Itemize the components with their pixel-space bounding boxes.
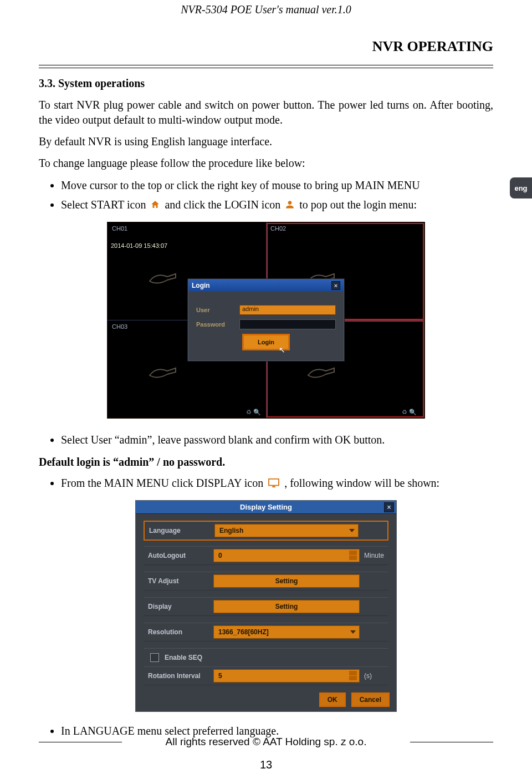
- stepper-icon[interactable]: [349, 671, 357, 681]
- bullet-display-text-b: , following window will be shown:: [284, 477, 439, 489]
- camera-icon: [304, 365, 337, 382]
- row-enable-seq: Enable SEQ: [144, 648, 388, 666]
- bullet-display-text-a: From the MAIN MENU click DISPLAY icon: [61, 477, 266, 489]
- double-rule: [39, 65, 493, 68]
- stepper-icon[interactable]: [349, 551, 357, 561]
- row-resolution: Resolution 1366_768[60HZ]: [144, 623, 388, 641]
- svg-rect-1: [272, 486, 275, 487]
- paragraph-procedure: To change language please follow the pro…: [39, 156, 493, 171]
- ok-button[interactable]: OK: [319, 693, 346, 707]
- language-label: Language: [145, 527, 214, 534]
- default-login-note: Default login is “admin” / no password.: [39, 456, 493, 469]
- bullet-start-text-a: Select START icon: [61, 198, 149, 211]
- footer-rule-right: [410, 742, 493, 742]
- tv-adjust-button[interactable]: Setting: [213, 574, 360, 588]
- cancel-button[interactable]: Cancel: [351, 693, 390, 707]
- rotation-input[interactable]: 5: [213, 669, 360, 683]
- tv-adjust-label: TV Adjust: [144, 577, 213, 585]
- row-autologout: AutoLogout 0 Minute: [144, 546, 388, 565]
- resolution-label: Resolution: [144, 628, 213, 636]
- svg-rect-0: [269, 479, 279, 486]
- resolution-value: 1366_768[60HZ]: [218, 628, 269, 636]
- screenshot-login: CH01 CH02 CH03 2014-01-09 15:43:07 ♻ 🔍 ♻…: [107, 222, 425, 419]
- channel-label-2: CH02: [269, 225, 287, 232]
- autologout-value: 0: [218, 552, 222, 559]
- footer-copyright: All rights reserved © AAT Holding sp. z …: [129, 736, 403, 748]
- autologout-input[interactable]: 0: [213, 549, 360, 562]
- display-label: Display: [144, 603, 213, 610]
- chevron-down-icon: [350, 630, 356, 634]
- enable-seq-label: Enable SEQ: [165, 654, 202, 661]
- channel-label-3: CH03: [111, 323, 129, 330]
- status-icons-left: ♻ 🔍: [246, 409, 261, 416]
- login-user-select[interactable]: admin: [239, 305, 336, 315]
- display-dialog-titlebar: Display Setting ×: [136, 501, 396, 514]
- chevron-down-icon: [349, 529, 355, 532]
- login-password-input[interactable]: [239, 319, 336, 329]
- channel-label-1: CH01: [111, 225, 129, 232]
- rotation-label: Rotation Interval: [144, 672, 213, 680]
- subsection-title: 3.3. System operations: [39, 77, 493, 90]
- language-select[interactable]: English: [214, 524, 359, 537]
- language-value: English: [219, 527, 243, 534]
- tv-adjust-value: Setting: [275, 577, 298, 585]
- resolution-select[interactable]: 1366_768[60HZ]: [213, 625, 360, 639]
- footer: All rights reserved © AAT Holding sp. z …: [39, 736, 493, 748]
- footer-rule-left: [39, 742, 122, 742]
- bullet-start-login: Select START icon and click the LOGIN ic…: [61, 197, 493, 214]
- camera-icon: [145, 271, 178, 288]
- camera-icon: [145, 365, 178, 382]
- timestamp-overlay: 2014-01-09 15:43:07: [111, 242, 167, 249]
- login-dialog: Login × User admin Password Login: [188, 279, 344, 361]
- bullet-start-text-c: to pop out the login menu:: [299, 198, 417, 211]
- login-user-label: User: [196, 307, 232, 313]
- enable-seq-checkbox[interactable]: [150, 653, 159, 662]
- close-icon[interactable]: ×: [331, 281, 340, 290]
- paragraph-default-lang: By default NVR is using English language…: [39, 134, 493, 149]
- bullet-display-icon: From the MAIN MENU click DISPLAY icon , …: [61, 475, 493, 492]
- document-header: NVR-5304 POE User's manual ver.1.0: [39, 0, 493, 28]
- display-button[interactable]: Setting: [213, 600, 360, 613]
- cursor-icon: ↖: [279, 345, 285, 355]
- autologout-unit: Minute: [364, 552, 388, 559]
- user-icon: [285, 198, 295, 214]
- row-rotation-interval: Rotation Interval 5 (s): [144, 666, 388, 685]
- screenshot-display-setting: Display Setting × Language English AutoL…: [135, 500, 397, 712]
- login-password-label: Password: [196, 321, 232, 328]
- status-icons-right: ♻ 🔍: [402, 409, 417, 416]
- login-dialog-titlebar: Login ×: [188, 279, 344, 292]
- bullet-main-menu: Move cursor to the top or click the righ…: [61, 177, 493, 194]
- bullet-start-text-b: and click the LOGIN icon: [165, 198, 283, 211]
- display-dialog-title: Display Setting: [240, 503, 292, 511]
- login-dialog-title: Login: [192, 282, 210, 289]
- display-value: Setting: [275, 603, 298, 610]
- close-icon[interactable]: ×: [384, 502, 394, 512]
- rotation-unit: (s): [364, 672, 388, 680]
- row-display: Display Setting: [144, 597, 388, 616]
- paragraph-intro: To start NVR plug power cable and switch…: [39, 98, 493, 128]
- section-title: NVR OPERATING: [39, 38, 493, 55]
- autologout-label: AutoLogout: [144, 552, 213, 559]
- row-language: Language English: [144, 521, 388, 541]
- row-tv-adjust: TV Adjust Setting: [144, 572, 388, 590]
- rotation-value: 5: [218, 672, 222, 680]
- language-side-tab[interactable]: eng: [510, 177, 532, 198]
- display-icon: [268, 476, 280, 492]
- bullet-select-admin: Select User “admin”, leave password blan…: [61, 432, 493, 448]
- home-icon: [150, 198, 160, 214]
- page-number: 13: [0, 758, 532, 771]
